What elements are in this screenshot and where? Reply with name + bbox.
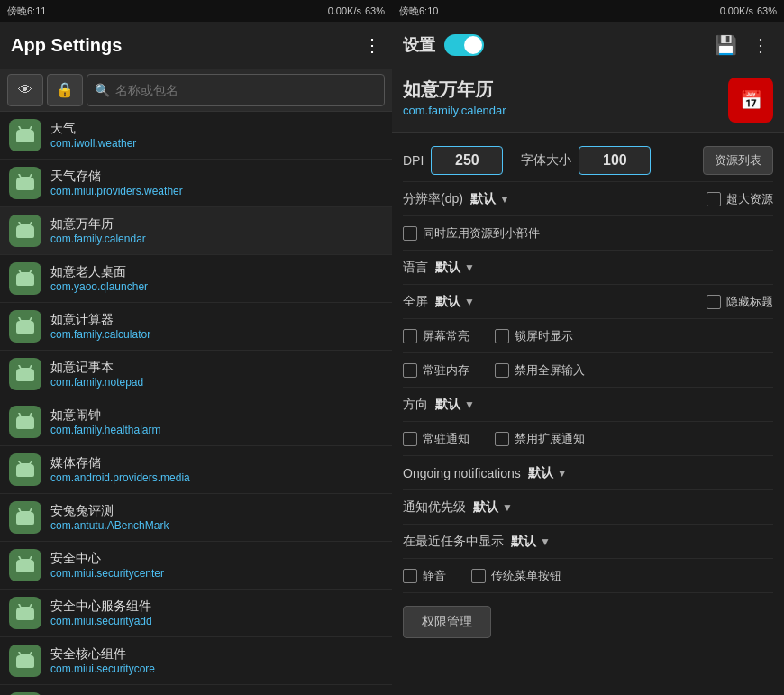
app-icon — [9, 453, 41, 486]
fullscreen-value: 默认 — [435, 294, 460, 310]
dpi-label: DPI — [403, 153, 424, 168]
legacy-menu-checkbox[interactable] — [471, 569, 486, 583]
left-status-bar: 傍晚6:11 0.00K/s 63% — [0, 0, 392, 22]
resident-memory-row: 常驻内存 — [403, 362, 469, 379]
right-header: 设置 💾 ⋮ — [392, 22, 784, 69]
direction-row: 方向 默认 ▼ — [403, 388, 773, 422]
list-item[interactable]: 安全空间信托代理 com.securespaces.android.trusta… — [0, 685, 392, 695]
lock-screen-checkbox[interactable] — [495, 329, 509, 343]
sync-resource-checkbox[interactable] — [403, 226, 417, 241]
super-resource-label: 超大资源 — [726, 191, 773, 207]
silent-label: 静音 — [423, 568, 446, 584]
direction-dropdown[interactable]: 默认 ▼ — [435, 397, 773, 413]
screen-on-label: 屏幕常亮 — [423, 328, 469, 344]
settings-title: 设置 — [403, 34, 435, 56]
list-item[interactable]: 安全核心组件 com.miui.securitycore — [0, 637, 392, 685]
app-icon — [9, 215, 41, 247]
status-time-left: 傍晚6:11 — [7, 5, 46, 18]
show-recent-row: 在最近任务中显示 默认 ▼ — [403, 525, 773, 559]
eye-icon: 👁 — [18, 82, 32, 98]
super-resource-checkbox[interactable] — [707, 192, 721, 206]
list-item-calendar[interactable]: 如意万年历 com.family.calendar — [0, 207, 392, 255]
silent-checkbox[interactable] — [403, 569, 417, 583]
status-icons-right: 0.00K/s 63% — [720, 5, 777, 16]
show-recent-value: 默认 — [511, 534, 536, 550]
screen-on-checkbox[interactable] — [403, 329, 417, 343]
fullscreen-dropdown[interactable]: 默认 ▼ — [435, 294, 564, 310]
list-item-notepad[interactable]: 如意记事本 com.family.notepad — [0, 351, 392, 398]
list-item[interactable]: 媒体存储 com.android.providers.media — [0, 446, 392, 494]
lock-icon: 🔒 — [56, 81, 74, 98]
show-recent-label: 在最近任务中显示 — [403, 534, 504, 550]
lock-button[interactable]: 🔒 — [47, 74, 83, 106]
persistent-notification-checkbox[interactable] — [403, 432, 417, 446]
list-item[interactable]: 天气 com.iwoll.weather — [0, 112, 392, 160]
super-resource-row: 超大资源 — [707, 191, 773, 207]
list-item[interactable]: 如意计算器 com.family.calculator — [0, 303, 392, 351]
app-icon — [9, 501, 41, 534]
app-package: com.yaoo.qlauncher — [50, 280, 148, 293]
font-input[interactable] — [579, 146, 651, 175]
right-menu-icon[interactable]: ⋮ — [748, 31, 773, 59]
time-left: 傍晚6:11 — [7, 5, 46, 18]
app-info: 如意记事本 com.family.notepad — [50, 360, 143, 389]
lock-screen-checkbox-row: 锁屏时显示 — [495, 328, 573, 344]
list-item[interactable]: 如意老人桌面 com.yaoo.qlauncher — [0, 255, 392, 303]
app-info: 天气存储 com.miui.providers.weather — [50, 169, 183, 197]
network-speed-right: 0.00K/s — [720, 5, 753, 16]
dpi-font-row: DPI 字体大小 资源列表 — [403, 140, 773, 182]
permissions-button[interactable]: 权限管理 — [403, 606, 491, 638]
show-recent-dropdown[interactable]: 默认 ▼ — [511, 534, 773, 550]
direction-label: 方向 — [403, 397, 428, 413]
app-name: 天气存储 — [50, 169, 183, 185]
app-settings-title: App Settings — [11, 35, 122, 56]
right-header-left: 设置 — [403, 34, 484, 56]
settings-toggle[interactable] — [444, 34, 484, 56]
app-detail-icon: 📅 — [728, 78, 773, 123]
legacy-menu-label: 传统菜单按钮 — [491, 568, 561, 584]
resolution-dropdown[interactable]: 默认 ▼ — [470, 191, 581, 207]
time-right: 傍晚6:10 — [399, 5, 438, 18]
disable-fullscreen-checkbox[interactable] — [495, 363, 509, 378]
list-item[interactable]: 安全中心服务组件 com.miui.securityadd — [0, 590, 392, 637]
app-icon — [9, 406, 41, 438]
app-name: 如意计算器 — [50, 312, 150, 328]
search-box[interactable]: 🔍 — [87, 74, 385, 106]
disable-fullscreen-label: 禁用全屏输入 — [515, 362, 585, 379]
list-item[interactable]: 安兔兔评测 com.antutu.ABenchMark — [0, 494, 392, 542]
resident-memory-checkbox[interactable] — [403, 363, 417, 378]
resource-list-button[interactable]: 资源列表 — [703, 146, 773, 175]
dpi-input[interactable] — [431, 146, 503, 175]
battery-right: 63% — [757, 5, 777, 16]
language-dropdown[interactable]: 默认 ▼ — [435, 260, 773, 276]
header-menu-icon[interactable]: ⋮ — [363, 34, 381, 56]
ongoing-label: Ongoing notifications — [403, 466, 521, 480]
save-icon[interactable]: 💾 — [711, 31, 741, 59]
app-info: 如意计算器 com.family.calculator — [50, 312, 150, 341]
app-package: com.android.providers.media — [50, 471, 190, 484]
app-icon — [9, 645, 41, 677]
eye-button[interactable]: 👁 — [7, 74, 43, 106]
list-item[interactable]: 如意闹钟 com.family.healthalarm — [0, 398, 392, 446]
app-package: com.family.calendar — [50, 233, 146, 245]
ongoing-dropdown[interactable]: 默认 ▼ — [528, 465, 773, 481]
list-item[interactable]: 安全中心 com.miui.securitycenter — [0, 542, 392, 590]
list-item[interactable]: 天气存储 com.miui.providers.weather — [0, 160, 392, 207]
language-dropdown-arrow: ▼ — [464, 261, 475, 274]
status-time-right: 傍晚6:10 — [399, 5, 438, 18]
notification-priority-label: 通知优先级 — [403, 499, 466, 516]
app-icon — [9, 167, 41, 199]
disable-fullscreen-row: 禁用全屏输入 — [495, 362, 585, 379]
hide-title-checkbox[interactable] — [707, 295, 721, 309]
priority-dropdown[interactable]: 默认 ▼ — [473, 499, 773, 516]
search-input[interactable] — [115, 83, 377, 97]
language-label: 语言 — [403, 260, 428, 276]
direction-dropdown-arrow: ▼ — [464, 398, 475, 411]
app-info: 安全中心 com.miui.securitycenter — [50, 551, 164, 580]
app-package: com.antutu.ABenchMark — [50, 519, 169, 532]
app-info: 如意闹钟 com.family.healthalarm — [50, 407, 160, 436]
persistent-notification-row: 常驻通知 — [403, 431, 469, 447]
app-detail-name: 如意万年历 — [403, 78, 717, 102]
app-name: 天气 — [50, 121, 136, 137]
disable-expand-checkbox[interactable] — [495, 432, 509, 446]
